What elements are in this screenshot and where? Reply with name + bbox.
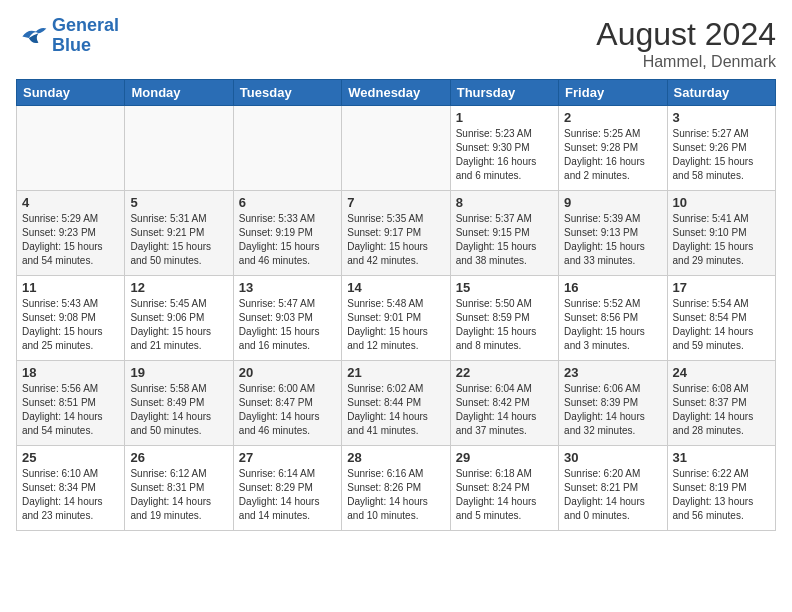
day-number: 28: [347, 450, 444, 465]
day-info: Sunrise: 6:08 AM Sunset: 8:37 PM Dayligh…: [673, 382, 770, 438]
calendar-cell: 8Sunrise: 5:37 AM Sunset: 9:15 PM Daylig…: [450, 191, 558, 276]
calendar-cell: 9Sunrise: 5:39 AM Sunset: 9:13 PM Daylig…: [559, 191, 667, 276]
header-wednesday: Wednesday: [342, 80, 450, 106]
calendar-cell: 5Sunrise: 5:31 AM Sunset: 9:21 PM Daylig…: [125, 191, 233, 276]
day-info: Sunrise: 6:12 AM Sunset: 8:31 PM Dayligh…: [130, 467, 227, 523]
day-number: 30: [564, 450, 661, 465]
day-number: 17: [673, 280, 770, 295]
header-saturday: Saturday: [667, 80, 775, 106]
calendar-cell: 21Sunrise: 6:02 AM Sunset: 8:44 PM Dayli…: [342, 361, 450, 446]
header-friday: Friday: [559, 80, 667, 106]
day-number: 24: [673, 365, 770, 380]
day-number: 26: [130, 450, 227, 465]
day-info: Sunrise: 5:39 AM Sunset: 9:13 PM Dayligh…: [564, 212, 661, 268]
calendar-cell: 12Sunrise: 5:45 AM Sunset: 9:06 PM Dayli…: [125, 276, 233, 361]
day-info: Sunrise: 5:27 AM Sunset: 9:26 PM Dayligh…: [673, 127, 770, 183]
day-number: 3: [673, 110, 770, 125]
day-info: Sunrise: 6:14 AM Sunset: 8:29 PM Dayligh…: [239, 467, 336, 523]
calendar-cell: 1Sunrise: 5:23 AM Sunset: 9:30 PM Daylig…: [450, 106, 558, 191]
calendar-cell: 20Sunrise: 6:00 AM Sunset: 8:47 PM Dayli…: [233, 361, 341, 446]
logo: General Blue: [16, 16, 119, 56]
calendar-cell: [17, 106, 125, 191]
calendar-cell: [342, 106, 450, 191]
calendar-cell: 7Sunrise: 5:35 AM Sunset: 9:17 PM Daylig…: [342, 191, 450, 276]
calendar-cell: 15Sunrise: 5:50 AM Sunset: 8:59 PM Dayli…: [450, 276, 558, 361]
day-info: Sunrise: 5:25 AM Sunset: 9:28 PM Dayligh…: [564, 127, 661, 183]
calendar-cell: 19Sunrise: 5:58 AM Sunset: 8:49 PM Dayli…: [125, 361, 233, 446]
day-info: Sunrise: 6:20 AM Sunset: 8:21 PM Dayligh…: [564, 467, 661, 523]
calendar-cell: 25Sunrise: 6:10 AM Sunset: 8:34 PM Dayli…: [17, 446, 125, 531]
calendar-cell: 23Sunrise: 6:06 AM Sunset: 8:39 PM Dayli…: [559, 361, 667, 446]
day-number: 9: [564, 195, 661, 210]
day-number: 20: [239, 365, 336, 380]
calendar-cell: 18Sunrise: 5:56 AM Sunset: 8:51 PM Dayli…: [17, 361, 125, 446]
calendar-cell: 6Sunrise: 5:33 AM Sunset: 9:19 PM Daylig…: [233, 191, 341, 276]
calendar-cell: 22Sunrise: 6:04 AM Sunset: 8:42 PM Dayli…: [450, 361, 558, 446]
calendar-cell: 10Sunrise: 5:41 AM Sunset: 9:10 PM Dayli…: [667, 191, 775, 276]
day-info: Sunrise: 5:37 AM Sunset: 9:15 PM Dayligh…: [456, 212, 553, 268]
day-info: Sunrise: 5:45 AM Sunset: 9:06 PM Dayligh…: [130, 297, 227, 353]
day-info: Sunrise: 5:35 AM Sunset: 9:17 PM Dayligh…: [347, 212, 444, 268]
calendar-cell: 27Sunrise: 6:14 AM Sunset: 8:29 PM Dayli…: [233, 446, 341, 531]
day-info: Sunrise: 6:10 AM Sunset: 8:34 PM Dayligh…: [22, 467, 119, 523]
day-info: Sunrise: 6:00 AM Sunset: 8:47 PM Dayligh…: [239, 382, 336, 438]
day-number: 2: [564, 110, 661, 125]
header-row: Sunday Monday Tuesday Wednesday Thursday…: [17, 80, 776, 106]
calendar-cell: 16Sunrise: 5:52 AM Sunset: 8:56 PM Dayli…: [559, 276, 667, 361]
day-info: Sunrise: 6:18 AM Sunset: 8:24 PM Dayligh…: [456, 467, 553, 523]
calendar-cell: [125, 106, 233, 191]
day-number: 5: [130, 195, 227, 210]
header-sunday: Sunday: [17, 80, 125, 106]
day-info: Sunrise: 6:06 AM Sunset: 8:39 PM Dayligh…: [564, 382, 661, 438]
day-number: 19: [130, 365, 227, 380]
header-monday: Monday: [125, 80, 233, 106]
calendar-week-4: 18Sunrise: 5:56 AM Sunset: 8:51 PM Dayli…: [17, 361, 776, 446]
page-header: General Blue August 2024 Hammel, Denmark: [16, 16, 776, 71]
calendar-cell: 30Sunrise: 6:20 AM Sunset: 8:21 PM Dayli…: [559, 446, 667, 531]
calendar-week-5: 25Sunrise: 6:10 AM Sunset: 8:34 PM Dayli…: [17, 446, 776, 531]
day-info: Sunrise: 5:29 AM Sunset: 9:23 PM Dayligh…: [22, 212, 119, 268]
calendar-week-3: 11Sunrise: 5:43 AM Sunset: 9:08 PM Dayli…: [17, 276, 776, 361]
calendar-cell: 17Sunrise: 5:54 AM Sunset: 8:54 PM Dayli…: [667, 276, 775, 361]
header-tuesday: Tuesday: [233, 80, 341, 106]
calendar-cell: 3Sunrise: 5:27 AM Sunset: 9:26 PM Daylig…: [667, 106, 775, 191]
day-info: Sunrise: 5:50 AM Sunset: 8:59 PM Dayligh…: [456, 297, 553, 353]
logo-bird-icon: [16, 22, 48, 50]
calendar-cell: 26Sunrise: 6:12 AM Sunset: 8:31 PM Dayli…: [125, 446, 233, 531]
month-year-title: August 2024: [596, 16, 776, 53]
day-info: Sunrise: 5:52 AM Sunset: 8:56 PM Dayligh…: [564, 297, 661, 353]
day-info: Sunrise: 5:33 AM Sunset: 9:19 PM Dayligh…: [239, 212, 336, 268]
day-number: 22: [456, 365, 553, 380]
day-number: 25: [22, 450, 119, 465]
day-info: Sunrise: 5:54 AM Sunset: 8:54 PM Dayligh…: [673, 297, 770, 353]
calendar-week-1: 1Sunrise: 5:23 AM Sunset: 9:30 PM Daylig…: [17, 106, 776, 191]
header-thursday: Thursday: [450, 80, 558, 106]
day-number: 6: [239, 195, 336, 210]
calendar-cell: 28Sunrise: 6:16 AM Sunset: 8:26 PM Dayli…: [342, 446, 450, 531]
day-info: Sunrise: 5:41 AM Sunset: 9:10 PM Dayligh…: [673, 212, 770, 268]
day-number: 1: [456, 110, 553, 125]
calendar-cell: 2Sunrise: 5:25 AM Sunset: 9:28 PM Daylig…: [559, 106, 667, 191]
day-number: 27: [239, 450, 336, 465]
day-number: 4: [22, 195, 119, 210]
calendar-header: Sunday Monday Tuesday Wednesday Thursday…: [17, 80, 776, 106]
day-number: 18: [22, 365, 119, 380]
calendar-cell: 11Sunrise: 5:43 AM Sunset: 9:08 PM Dayli…: [17, 276, 125, 361]
day-number: 10: [673, 195, 770, 210]
day-number: 11: [22, 280, 119, 295]
calendar-cell: 4Sunrise: 5:29 AM Sunset: 9:23 PM Daylig…: [17, 191, 125, 276]
day-info: Sunrise: 6:02 AM Sunset: 8:44 PM Dayligh…: [347, 382, 444, 438]
logo-text: General Blue: [52, 16, 119, 56]
day-number: 21: [347, 365, 444, 380]
day-number: 7: [347, 195, 444, 210]
calendar-cell: 24Sunrise: 6:08 AM Sunset: 8:37 PM Dayli…: [667, 361, 775, 446]
day-info: Sunrise: 5:31 AM Sunset: 9:21 PM Dayligh…: [130, 212, 227, 268]
day-number: 23: [564, 365, 661, 380]
day-number: 13: [239, 280, 336, 295]
day-number: 14: [347, 280, 444, 295]
title-area: August 2024 Hammel, Denmark: [596, 16, 776, 71]
day-info: Sunrise: 5:23 AM Sunset: 9:30 PM Dayligh…: [456, 127, 553, 183]
day-number: 8: [456, 195, 553, 210]
day-number: 15: [456, 280, 553, 295]
calendar-cell: [233, 106, 341, 191]
